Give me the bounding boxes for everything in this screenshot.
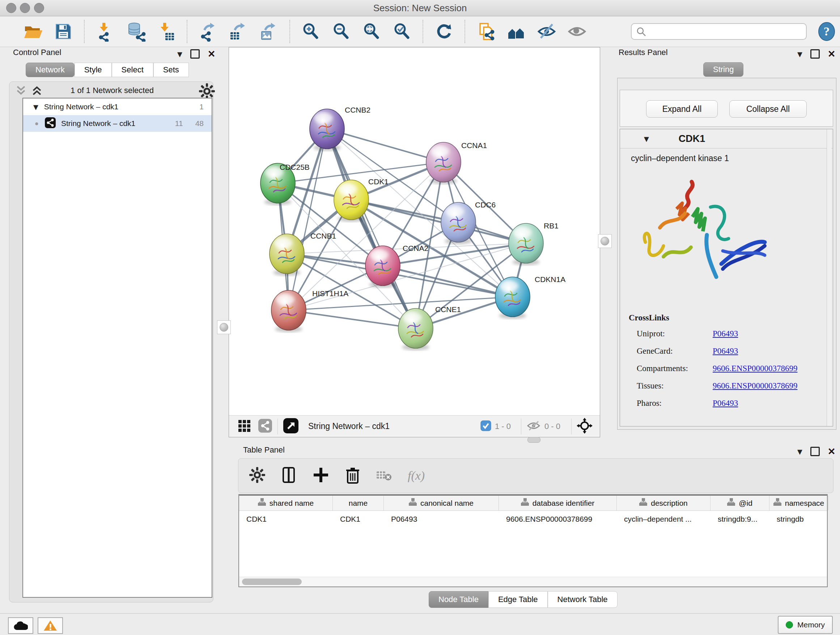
cell-canonical-name[interactable]: P06493 [384, 515, 499, 524]
column-header-namespace[interactable]: namespace [769, 496, 829, 510]
network-collection-row[interactable]: ▼ String Network – cdk1 1 [23, 98, 212, 115]
zoom-selected-icon[interactable] [392, 21, 412, 42]
add-icon[interactable] [312, 466, 330, 485]
export-network-icon[interactable] [197, 21, 218, 42]
edge-CDK1-RB1[interactable] [351, 200, 526, 243]
right-splitter-handle[interactable] [598, 234, 612, 248]
window-minimize-button[interactable] [20, 3, 30, 13]
results-tab-string[interactable]: String [703, 62, 744, 77]
edge-CCNB2-CCNE1[interactable] [327, 129, 416, 328]
crosslink-link[interactable]: P06493 [713, 399, 824, 408]
expand-all-chevron-icon[interactable] [14, 84, 27, 98]
refresh-icon[interactable] [433, 21, 454, 42]
table-horizontal-scrollbar[interactable] [239, 577, 827, 586]
cloud-button[interactable] [8, 617, 33, 634]
cell-namespace[interactable]: stringdb [769, 515, 829, 524]
cell-shared-name[interactable]: CDK1 [239, 515, 333, 524]
network-canvas[interactable]: CCNB2CCNA1CDC25BCDK1CDC6RB1CCNB1CCNA2CDK… [229, 48, 600, 415]
hide-selected-icon[interactable] [536, 21, 557, 42]
crosslink-link[interactable]: 9606.ENSP00000378699 [713, 364, 824, 373]
control-tab-sets[interactable]: Sets [153, 63, 189, 77]
copy-documents-icon[interactable] [475, 21, 496, 42]
trash-icon[interactable] [344, 466, 362, 485]
cell-name[interactable]: CDK1 [333, 515, 384, 524]
warning-button[interactable] [38, 617, 63, 634]
cell--id[interactable]: stringdb:9... [711, 515, 769, 524]
edge-CCNE1-HIST1H1A[interactable] [289, 310, 416, 328]
table-row[interactable]: CDK1CDK1P064939606.ENSP00000378699cyclin… [239, 511, 827, 527]
window-close-button[interactable] [6, 3, 16, 13]
results-panel-float-icon[interactable] [810, 49, 820, 59]
scrollbar-thumb[interactable] [242, 578, 302, 585]
zoom-fit-icon[interactable] [361, 21, 382, 42]
edge-CCNB2-CCNA1[interactable] [327, 129, 444, 162]
collapse-all-chevron-icon[interactable] [30, 84, 43, 98]
gene-disclosure-icon[interactable]: ▼ [644, 135, 649, 143]
column-header-name[interactable]: name [333, 496, 384, 510]
table-panel-float-icon[interactable] [810, 447, 820, 456]
node-CDC25B[interactable]: CDC25B [261, 163, 309, 205]
left-splitter-handle[interactable] [217, 320, 231, 334]
node-HIST1H1A[interactable]: HIST1H1A [271, 289, 348, 333]
import-network-icon[interactable] [95, 21, 116, 42]
save-session-icon[interactable] [53, 21, 74, 42]
node-CCNB1[interactable]: CCNB1 [270, 232, 336, 276]
cell-description[interactable]: cyclin–dependent ... [617, 515, 711, 524]
control-panel-float-icon[interactable] [190, 49, 200, 59]
table-panel-menu-icon[interactable]: ▼ [797, 448, 802, 455]
export-table-icon[interactable] [228, 21, 249, 42]
results-panel-menu-icon[interactable]: ▼ [797, 50, 802, 58]
collection-disclosure-icon[interactable]: ▼ [33, 103, 38, 111]
crosslink-link[interactable]: 9606.ENSP00000378699 [713, 381, 824, 391]
selected-checkbox-icon[interactable] [480, 420, 491, 432]
column-header--id[interactable]: @id [711, 496, 769, 510]
control-tab-style[interactable]: Style [74, 63, 112, 77]
node-CDK1[interactable]: CDK1 [334, 177, 388, 222]
column-header-shared-name[interactable]: shared name [239, 496, 333, 510]
table-tab-edge-table[interactable]: Edge Table [488, 591, 548, 608]
node-CDKN1A[interactable]: CDKN1A [495, 275, 565, 319]
gear-icon[interactable] [248, 466, 266, 485]
help-icon[interactable]: ? [816, 21, 837, 42]
collapse-all-button[interactable]: Collapse All [729, 100, 807, 118]
node-table[interactable]: shared namenamecanonical namedatabase id… [238, 494, 828, 587]
control-tab-network[interactable]: Network [26, 63, 74, 77]
cell-database-identifier[interactable]: 9606.ENSP00000378699 [499, 515, 617, 524]
control-panel-close-icon[interactable]: ✕ [208, 50, 216, 57]
control-tab-select[interactable]: Select [112, 63, 153, 77]
edge-CCNB2-HIST1H1A[interactable] [289, 129, 327, 310]
zoom-out-icon[interactable] [331, 21, 352, 42]
node-CCNA2[interactable]: CCNA2 [365, 244, 428, 288]
column-header-description[interactable]: description [617, 496, 711, 510]
results-panel-close-icon[interactable]: ✕ [828, 50, 836, 57]
birdseye-grid-icon[interactable] [238, 419, 251, 434]
export-image-icon[interactable] [258, 21, 279, 42]
table-tab-network-table[interactable]: Network Table [548, 591, 617, 608]
import-table-icon[interactable] [156, 21, 177, 42]
memory-button[interactable]: Memory [778, 616, 833, 634]
open-session-icon[interactable] [22, 21, 43, 42]
search-input[interactable] [631, 23, 807, 40]
table-panel-close-icon[interactable]: ✕ [828, 448, 836, 455]
hidden-eye-icon[interactable] [526, 420, 541, 433]
window-zoom-button[interactable] [34, 3, 44, 13]
node-CCNA1[interactable]: CCNA1 [426, 141, 487, 184]
network-row-selected[interactable]: ● String Network – cdk1 11 48 [23, 115, 212, 132]
crosslink-link[interactable]: P06493 [713, 347, 824, 356]
fit-crosshair-icon[interactable] [576, 418, 592, 435]
home-layout-icon[interactable] [506, 21, 527, 42]
open-in-browser-icon[interactable] [283, 418, 299, 435]
table-tab-node-table[interactable]: Node Table [429, 591, 488, 608]
column-header-canonical-name[interactable]: canonical name [384, 496, 499, 510]
control-panel-menu-icon[interactable]: ▼ [177, 50, 182, 58]
bottom-splitter-handle[interactable] [527, 437, 540, 443]
node-CCNE1[interactable]: CCNE1 [398, 305, 461, 350]
column-header-database-identifier[interactable]: database identifier [499, 496, 617, 510]
node-RB1[interactable]: RB1 [508, 222, 559, 265]
network-view[interactable]: CCNB2CCNA1CDC25BCDK1CDC6RB1CCNB1CCNA2CDK… [229, 47, 600, 437]
share-network-icon[interactable] [258, 418, 272, 434]
columns-icon[interactable] [280, 466, 298, 485]
results-scrollbar[interactable] [827, 129, 831, 426]
zoom-in-icon[interactable] [300, 21, 321, 42]
show-all-icon[interactable] [567, 21, 587, 42]
